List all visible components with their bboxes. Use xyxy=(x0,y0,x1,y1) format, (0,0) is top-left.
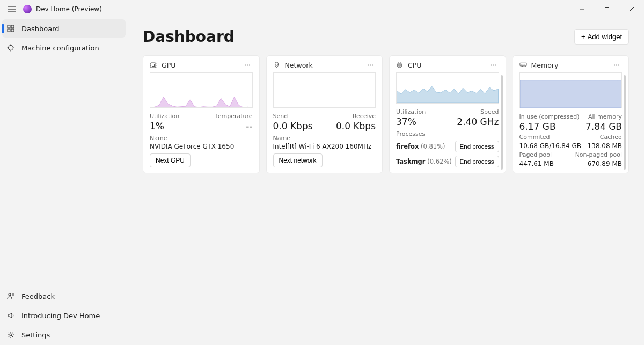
svg-rect-8 xyxy=(11,25,14,28)
net-send-value: 0.0 Kbps xyxy=(273,121,313,131)
app-title: Dev Home (Preview) xyxy=(36,5,102,13)
cpu-icon xyxy=(396,62,404,69)
widget-title: Network xyxy=(285,61,313,69)
sidebar-item-intro[interactable]: Introducing Dev Home xyxy=(2,306,126,325)
gpu-chart xyxy=(150,72,253,108)
cpu-proc-label: Processes xyxy=(396,130,499,137)
hamburger-menu-button[interactable] xyxy=(3,0,21,18)
widget-gpu: GPU Utilization Temperature 1% -- Name xyxy=(143,55,260,173)
proc-pct: (0.62%) xyxy=(427,158,452,165)
sidebar-item-label: Introducing Dev Home xyxy=(21,312,100,320)
svg-point-30 xyxy=(368,65,369,66)
mem-cached-value: 138.08 MB xyxy=(588,142,622,150)
svg-rect-33 xyxy=(398,63,401,67)
proc-pct: (0.81%) xyxy=(421,143,445,150)
megaphone-icon xyxy=(6,312,15,319)
gear-icon xyxy=(6,331,15,339)
svg-rect-9 xyxy=(8,29,10,32)
widget-row: GPU Utilization Temperature 1% -- Name xyxy=(143,55,629,173)
widget-menu-button[interactable] xyxy=(365,63,376,67)
scrollbar[interactable] xyxy=(624,75,626,170)
svg-point-57 xyxy=(616,65,617,66)
svg-rect-34 xyxy=(399,64,400,66)
gpu-util-label: Utilization xyxy=(150,113,179,120)
svg-point-58 xyxy=(618,65,619,66)
dashboard-icon xyxy=(6,25,15,32)
net-recv-value: 0.0 Kbps xyxy=(336,121,376,131)
mem-commit-label: Commited xyxy=(519,134,550,141)
mem-inuse-value: 6.17 GB xyxy=(519,121,556,132)
svg-rect-18 xyxy=(151,63,156,68)
add-widget-button[interactable]: + Add widget xyxy=(574,29,629,45)
sidebar: Dashboard Machine configuration Feedback… xyxy=(0,18,128,345)
net-name-label: Name xyxy=(273,135,376,142)
machine-config-icon xyxy=(6,44,15,52)
sidebar-item-dashboard[interactable]: Dashboard xyxy=(2,19,126,38)
scrollbar[interactable] xyxy=(501,75,503,170)
widget-memory: Memory In use (compressed) All memory 6.… xyxy=(513,55,630,173)
mem-inuse-label: In use (compressed) xyxy=(519,113,580,120)
mem-paged-label: Paged pool xyxy=(519,151,552,158)
end-process-button[interactable]: End process xyxy=(455,156,499,167)
mem-commit-value: 10.68 GB/16.84 GB xyxy=(519,142,581,150)
sidebar-item-feedback[interactable]: Feedback xyxy=(2,287,126,305)
add-widget-label: Add widget xyxy=(588,33,622,41)
window-maximize-button[interactable] xyxy=(595,0,619,18)
sidebar-item-machine-config[interactable]: Machine configuration xyxy=(2,39,126,57)
sidebar-item-settings[interactable]: Settings xyxy=(2,326,126,344)
cpu-util-value: 37% xyxy=(396,116,416,127)
cpu-chart xyxy=(396,72,499,104)
svg-point-44 xyxy=(493,65,494,66)
cpu-proc-row: firefox (0.81%) End process xyxy=(396,141,499,152)
page-title: Dashboard xyxy=(143,28,235,46)
mem-all-value: 7.84 GB xyxy=(586,121,622,132)
svg-point-29 xyxy=(275,62,278,65)
gpu-temp-label: Temperature xyxy=(215,113,253,120)
net-send-label: Send xyxy=(273,113,288,120)
sidebar-item-label: Machine configuration xyxy=(21,44,99,52)
mem-all-label: All memory xyxy=(588,113,622,120)
widget-network: Network Send Receive 0.0 Kbps 0.0 Kbps N… xyxy=(266,55,383,173)
svg-rect-19 xyxy=(152,64,155,67)
network-chart xyxy=(273,72,376,108)
widget-title: Memory xyxy=(531,61,559,69)
gpu-name-value: NVIDIA GeForce GTX 1650 xyxy=(150,143,253,150)
cpu-proc-row: Taskmgr (0.62%) End process xyxy=(396,156,499,167)
feedback-icon xyxy=(6,292,15,300)
titlebar: Dev Home (Preview) xyxy=(0,0,644,18)
end-process-button[interactable]: End process xyxy=(455,141,499,152)
next-network-button[interactable]: Next network xyxy=(273,153,323,167)
svg-point-11 xyxy=(9,46,13,50)
window-close-button[interactable] xyxy=(619,0,644,18)
plus-icon: + xyxy=(581,33,586,41)
svg-point-56 xyxy=(614,65,615,66)
gpu-util-value: 1% xyxy=(150,121,164,131)
svg-point-45 xyxy=(495,65,496,66)
svg-point-17 xyxy=(10,334,12,336)
net-name-value: Intel[R] Wi-Fi 6 AX200 160MHz xyxy=(273,143,376,150)
gpu-temp-value: -- xyxy=(246,121,252,131)
widget-menu-button[interactable] xyxy=(242,63,253,67)
sidebar-item-label: Feedback xyxy=(21,292,55,300)
next-gpu-button[interactable]: Next GPU xyxy=(150,153,191,167)
mem-paged-value: 447.61 MB xyxy=(519,160,554,167)
svg-point-26 xyxy=(245,65,246,66)
svg-point-16 xyxy=(9,293,11,296)
mem-nonpaged-value: 670.89 MB xyxy=(588,160,622,167)
sidebar-item-label: Settings xyxy=(21,331,50,339)
svg-rect-7 xyxy=(8,25,10,28)
svg-rect-4 xyxy=(605,8,609,11)
mem-cached-label: Cached xyxy=(600,134,622,141)
sidebar-item-label: Dashboard xyxy=(21,25,60,33)
svg-rect-10 xyxy=(11,29,14,32)
widget-menu-button[interactable] xyxy=(611,63,622,67)
window-minimize-button[interactable] xyxy=(570,0,595,18)
svg-point-27 xyxy=(247,65,248,66)
svg-point-31 xyxy=(370,65,371,66)
memory-chart xyxy=(519,72,623,108)
svg-point-32 xyxy=(372,65,373,66)
svg-point-28 xyxy=(249,65,250,66)
widget-title: GPU xyxy=(162,61,175,69)
mem-nonpaged-label: Non-paged pool xyxy=(575,151,622,158)
widget-menu-button[interactable] xyxy=(488,63,499,67)
